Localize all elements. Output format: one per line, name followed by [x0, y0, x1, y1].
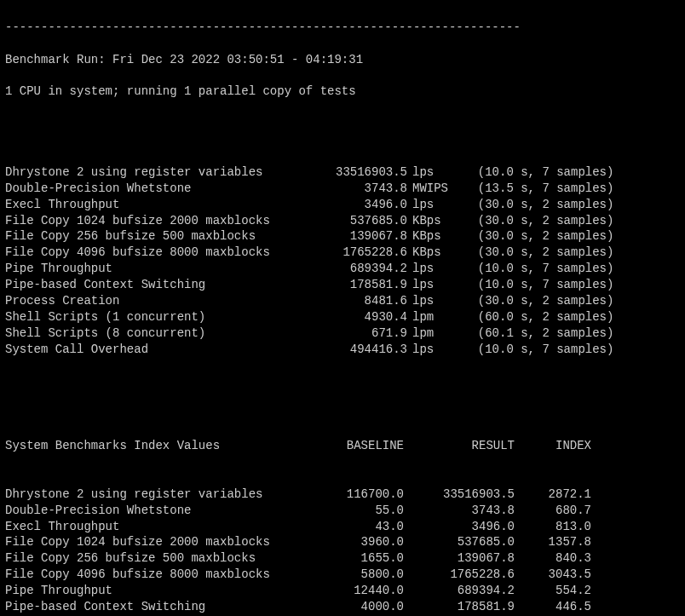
index-baseline: 3960.0 [300, 534, 404, 550]
index-value: 680.7 [515, 503, 591, 519]
test-time: (13.5 s, [458, 181, 535, 197]
test-samples: 2 samples) [535, 197, 629, 213]
index-baseline: 5800.0 [300, 567, 404, 583]
result-row: Pipe-based Context Switching178581.9lps(… [5, 277, 680, 293]
test-samples: 7 samples) [535, 342, 629, 358]
test-name: Shell Scripts (8 concurrent) [5, 325, 300, 342]
result-row: Shell Scripts (8 concurrent)671.9lpm(60.… [5, 325, 680, 342]
test-samples: 2 samples) [535, 293, 629, 309]
result-row: Shell Scripts (1 concurrent)4930.4lpm(60… [5, 309, 680, 325]
result-row: File Copy 256 bufsize 500 maxblocks13906… [5, 228, 680, 245]
test-value: 3496.0 [300, 197, 407, 213]
index-header-name: System Benchmarks Index Values [5, 438, 300, 454]
test-name: File Copy 256 bufsize 500 maxblocks [5, 228, 300, 245]
test-time: (30.0 s, [458, 293, 535, 309]
result-row: Double-Precision Whetstone3743.8MWIPS(13… [5, 181, 680, 197]
index-row: File Copy 256 bufsize 500 maxblocks1655.… [5, 550, 680, 567]
test-unit: lps [407, 164, 458, 181]
index-baseline: 55.0 [300, 503, 404, 519]
index-value: 446.5 [515, 599, 591, 615]
index-result: 3743.8 [404, 503, 515, 519]
test-time: (10.0 s, [458, 342, 535, 358]
test-samples: 2 samples) [535, 228, 629, 245]
test-unit: lps [407, 342, 458, 358]
test-name: Shell Scripts (1 concurrent) [5, 309, 300, 325]
test-time: (30.0 s, [458, 245, 535, 261]
index-header-index: INDEX [515, 438, 591, 454]
test-samples: 7 samples) [535, 181, 629, 197]
test-value: 537685.0 [300, 213, 407, 229]
test-unit: lps [407, 293, 458, 309]
test-value: 139067.8 [300, 228, 407, 245]
index-test-name: Execl Throughput [5, 519, 300, 535]
index-value: 840.3 [515, 550, 591, 567]
index-test-name: Pipe Throughput [5, 583, 300, 599]
run-line: Benchmark Run: Fri Dec 23 2022 03:50:51 … [5, 52, 680, 68]
index-result: 139067.8 [404, 550, 515, 567]
test-value: 689394.2 [300, 261, 407, 277]
test-value: 3743.8 [300, 181, 407, 197]
test-samples: 2 samples) [535, 245, 629, 261]
index-row: File Copy 1024 bufsize 2000 maxblocks396… [5, 534, 680, 550]
result-row: Dhrystone 2 using register variables3351… [5, 164, 680, 181]
test-unit: lps [407, 277, 458, 293]
test-unit: lps [407, 261, 458, 277]
test-value: 1765228.6 [300, 245, 407, 261]
index-test-name: File Copy 4096 bufsize 8000 maxblocks [5, 567, 300, 583]
blank-line [5, 116, 680, 132]
index-baseline: 1655.0 [300, 550, 404, 567]
index-baseline: 43.0 [300, 519, 404, 535]
test-value: 671.9 [300, 325, 407, 342]
test-unit: KBps [407, 245, 458, 261]
index-test-name: File Copy 1024 bufsize 2000 maxblocks [5, 534, 300, 550]
index-test-name: Pipe-based Context Switching [5, 599, 300, 615]
test-time: (30.0 s, [458, 213, 535, 229]
test-value: 33516903.5 [300, 164, 407, 181]
index-test-name: File Copy 256 bufsize 500 maxblocks [5, 550, 300, 567]
cpu-line: 1 CPU in system; running 1 parallel copy… [5, 83, 680, 100]
test-name: Double-Precision Whetstone [5, 181, 300, 197]
test-value: 8481.6 [300, 293, 407, 309]
test-name: Dhrystone 2 using register variables [5, 164, 300, 181]
test-time: (10.0 s, [458, 261, 535, 277]
index-result: 537685.0 [404, 534, 515, 550]
index-row: File Copy 4096 bufsize 8000 maxblocks580… [5, 567, 680, 583]
test-time: (10.0 s, [458, 277, 535, 293]
test-unit: lpm [407, 309, 458, 325]
test-time: (30.0 s, [458, 197, 535, 213]
test-name: File Copy 4096 bufsize 8000 maxblocks [5, 245, 300, 261]
test-samples: 2 samples) [535, 325, 629, 342]
index-block: Dhrystone 2 using register variables1167… [5, 486, 680, 616]
index-header-baseline: BASELINE [300, 438, 404, 454]
test-samples: 7 samples) [535, 164, 629, 181]
index-value: 554.2 [515, 583, 591, 599]
test-unit: KBps [407, 213, 458, 229]
result-row: Process Creation8481.6lps(30.0 s, 2 samp… [5, 293, 680, 309]
index-baseline: 116700.0 [300, 486, 404, 503]
test-value: 4930.4 [300, 309, 407, 325]
test-value: 178581.9 [300, 277, 407, 293]
test-unit: KBps [407, 228, 458, 245]
index-test-name: Double-Precision Whetstone [5, 503, 300, 519]
test-name: System Call Overhead [5, 342, 300, 358]
test-name: Process Creation [5, 293, 300, 309]
index-result: 689394.2 [404, 583, 515, 599]
index-row: Pipe-based Context Switching4000.0178581… [5, 599, 680, 615]
index-row: Dhrystone 2 using register variables1167… [5, 486, 680, 503]
test-unit: MWIPS [407, 181, 458, 197]
terminal-output: Benchmark Run: Fri Dec 23 2022 03:50:51 … [0, 0, 685, 616]
index-value: 813.0 [515, 519, 591, 535]
test-value: 494416.3 [300, 342, 407, 358]
test-samples: 7 samples) [535, 277, 629, 293]
index-test-name: Dhrystone 2 using register variables [5, 486, 300, 503]
index-baseline: 12440.0 [300, 583, 404, 599]
test-samples: 7 samples) [535, 261, 629, 277]
result-row: Execl Throughput3496.0lps(30.0 s, 2 samp… [5, 197, 680, 213]
test-time: (60.1 s, [458, 325, 535, 342]
test-unit: lpm [407, 325, 458, 342]
index-result: 33516903.5 [404, 486, 515, 503]
test-samples: 2 samples) [535, 213, 629, 229]
result-row: File Copy 1024 bufsize 2000 maxblocks537… [5, 213, 680, 229]
blank-line [5, 389, 680, 406]
test-unit: lps [407, 197, 458, 213]
